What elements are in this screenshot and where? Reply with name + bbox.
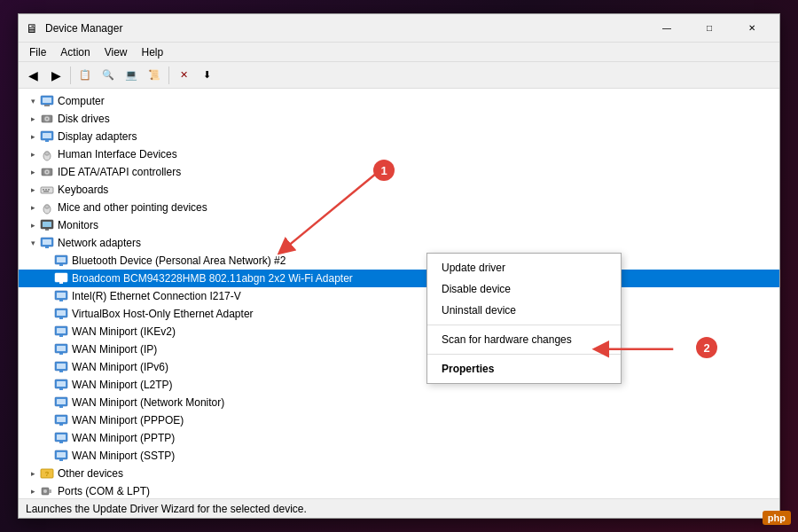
tree-item[interactable]: ▸ Ports (COM & LPT): [19, 482, 779, 498]
tree-item-label: WAN Miniport (PPPOE): [72, 414, 184, 426]
tree-item[interactable]: WAN Miniport (PPPOE): [19, 411, 779, 429]
tree-item[interactable]: ▸ IDE ATA/ATAPI controllers: [19, 163, 779, 181]
tree-expander[interactable]: ▸: [26, 218, 40, 232]
back-button[interactable]: ◀: [22, 65, 43, 86]
svg-rect-57: [57, 417, 66, 422]
svg-rect-43: [59, 335, 63, 337]
tree-expander[interactable]: [40, 360, 54, 374]
tree-item[interactable]: ▸ Disk drives: [19, 110, 779, 128]
maximize-button[interactable]: □: [689, 14, 730, 43]
tree-expander[interactable]: [40, 431, 54, 445]
tree-expander[interactable]: [40, 378, 54, 392]
tree-item-icon: [40, 236, 54, 250]
ctx-scan-hardware[interactable]: Scan for hardware changes: [427, 329, 621, 350]
tree-expander[interactable]: [40, 271, 54, 286]
tree-item[interactable]: ▾ Network adapters: [19, 234, 779, 252]
tree-item-icon: [54, 289, 68, 303]
window-controls: — □ ✕: [646, 14, 772, 43]
tree-item-icon: [54, 449, 68, 463]
tree-expander[interactable]: ▸: [26, 147, 40, 161]
tree-item-icon: [40, 112, 54, 126]
toolbar-separator-1: [70, 66, 71, 84]
update-driver-button[interactable]: 🔍: [98, 65, 119, 86]
svg-rect-30: [57, 257, 66, 262]
tree-expander[interactable]: [40, 342, 54, 356]
download-button[interactable]: ⬇: [196, 65, 217, 86]
context-menu: Update driver Disable device Uninstall d…: [426, 253, 622, 384]
tree-item[interactable]: Bluetooth Device (Personal Area Network)…: [19, 252, 779, 270]
tree-item[interactable]: ▸ Monitors: [19, 216, 779, 234]
enable-device-button[interactable]: 💻: [121, 65, 142, 86]
svg-rect-19: [43, 191, 49, 192]
svg-rect-36: [57, 293, 66, 298]
tree-expander[interactable]: ▸: [26, 466, 40, 481]
svg-rect-34: [59, 282, 63, 284]
menu-file[interactable]: File: [22, 44, 53, 60]
scan-hardware-button[interactable]: ✕: [173, 65, 194, 86]
tree-item-label: Other devices: [58, 467, 123, 480]
properties-button[interactable]: 📋: [74, 65, 96, 86]
tree-item-label: Keyboards: [58, 184, 108, 196]
tree-item[interactable]: ▾ Computer: [19, 92, 779, 110]
app-icon: 🖥: [26, 21, 40, 35]
minimize-button[interactable]: —: [646, 14, 687, 43]
tree-expander[interactable]: ▸: [26, 165, 40, 179]
svg-rect-2: [44, 105, 50, 106]
svg-rect-58: [59, 424, 63, 426]
tree-item[interactable]: WAN Miniport (PPTP): [19, 429, 779, 447]
svg-rect-69: [49, 489, 51, 493]
tree-item-icon: [40, 218, 54, 232]
toolbar: ◀ ▶ 📋 🔍 💻 📜 ✕ ⬇: [19, 62, 779, 89]
tree-expander[interactable]: [40, 307, 54, 321]
tree-expander[interactable]: [40, 289, 54, 303]
tree-item-icon: [54, 431, 68, 445]
ctx-update-driver[interactable]: Update driver: [427, 257, 621, 278]
menu-bar: File Action View Help: [19, 43, 779, 62]
tree-item-icon: [40, 165, 54, 179]
tree-item[interactable]: VirtualBox Host-Only Ethernet Adapter: [19, 305, 779, 323]
tree-item[interactable]: ▸ ? Other devices: [19, 465, 779, 482]
tree-item-label: WAN Miniport (IP): [72, 343, 157, 356]
tree-item[interactable]: ▸ Mice and other pointing devices: [19, 199, 779, 216]
tree-expander[interactable]: ▾: [26, 236, 40, 250]
tree-item[interactable]: WAN Miniport (Network Monitor): [19, 394, 779, 411]
svg-rect-18: [48, 189, 50, 191]
tree-expander[interactable]: [40, 413, 54, 427]
svg-rect-28: [45, 246, 49, 248]
device-tree[interactable]: ▾ Computer▸ Disk drives▸ Display adapter…: [19, 89, 779, 498]
ctx-disable-device[interactable]: Disable device: [427, 278, 621, 300]
close-button[interactable]: ✕: [732, 14, 772, 43]
ctx-properties[interactable]: Properties: [427, 358, 621, 379]
svg-rect-37: [59, 300, 63, 301]
tree-item-label: Broadcom BCM943228HMB 802.11abgn 2x2 Wi-…: [72, 272, 353, 285]
tree-item[interactable]: WAN Miniport (L2TP): [19, 376, 779, 394]
ctx-uninstall-device[interactable]: Uninstall device: [427, 300, 621, 321]
tree-expander[interactable]: ▾: [26, 94, 40, 108]
tree-expander[interactable]: [40, 325, 54, 339]
tree-item[interactable]: WAN Miniport (IP): [19, 340, 779, 358]
menu-action[interactable]: Action: [53, 44, 97, 60]
tree-item[interactable]: ▸ Display adapters: [19, 128, 779, 145]
forward-button[interactable]: ▶: [45, 65, 66, 86]
tree-item[interactable]: Broadcom BCM943228HMB 802.11abgn 2x2 Wi-…: [19, 270, 779, 287]
tree-expander[interactable]: [40, 395, 54, 410]
tree-expander[interactable]: ▸: [26, 129, 40, 144]
uninstall-button[interactable]: 📜: [144, 65, 165, 86]
menu-view[interactable]: View: [98, 44, 135, 60]
tree-item[interactable]: ▸ Keyboards: [19, 181, 779, 199]
tree-item[interactable]: WAN Miniport (IPv6): [19, 358, 779, 376]
tree-expander[interactable]: ▸: [26, 183, 40, 197]
tree-item-label: WAN Miniport (L2TP): [72, 379, 173, 391]
tree-item-label: Human Interface Devices: [58, 148, 177, 160]
tree-item[interactable]: ▸ Human Interface Devices: [19, 145, 779, 163]
tree-item-icon: [40, 94, 54, 108]
tree-item[interactable]: WAN Miniport (IKEv2): [19, 323, 779, 340]
tree-item[interactable]: WAN Miniport (SSTP): [19, 447, 779, 465]
tree-expander[interactable]: [40, 449, 54, 463]
tree-expander[interactable]: [40, 254, 54, 268]
tree-expander[interactable]: ▸: [26, 200, 40, 215]
tree-expander[interactable]: ▸: [26, 112, 40, 126]
tree-item[interactable]: Intel(R) Ethernet Connection I217-V: [19, 287, 779, 305]
menu-help[interactable]: Help: [135, 44, 171, 60]
tree-expander[interactable]: ▸: [26, 484, 40, 498]
